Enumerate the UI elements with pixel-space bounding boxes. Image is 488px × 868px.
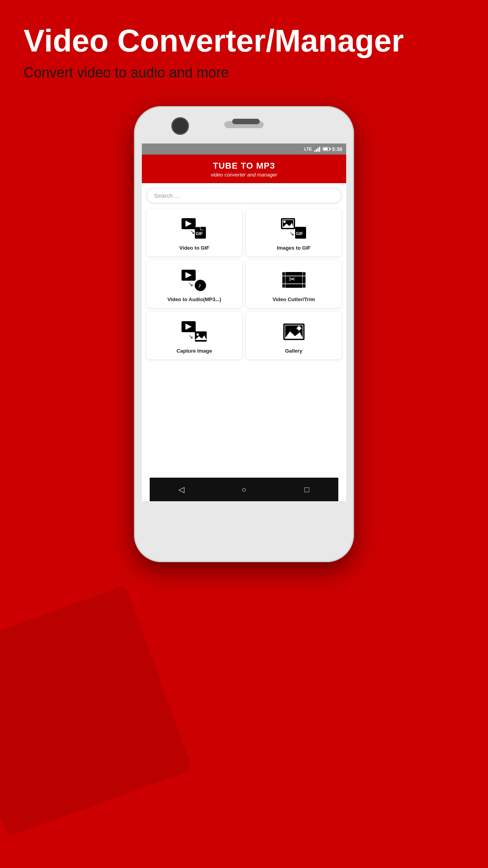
search-bar[interactable]: Search ... bbox=[147, 188, 341, 203]
app-content: Search ... ↘ bbox=[142, 183, 346, 501]
header-section: Video Converter/Manager Convert video to… bbox=[24, 24, 464, 81]
video-cutter-label: Video Cutter/Trim bbox=[272, 296, 315, 302]
feature-grid: ↘ GIF Video to GIF bbox=[147, 209, 341, 359]
images-to-gif-icon: ↘ GIF bbox=[280, 217, 308, 240]
video-to-gif-label: Video to GIF bbox=[179, 245, 209, 251]
svg-point-7 bbox=[283, 221, 286, 223]
back-button[interactable]: ◁ bbox=[173, 482, 189, 497]
phone-camera bbox=[171, 117, 189, 135]
svg-text:↘: ↘ bbox=[189, 333, 193, 340]
svg-point-31 bbox=[297, 326, 301, 330]
svg-point-27 bbox=[196, 333, 199, 336]
capture-image-icon: ↘ bbox=[181, 320, 208, 343]
gallery-label: Gallery bbox=[285, 348, 302, 354]
nav-bar: ◁ ○ □ bbox=[150, 478, 338, 501]
app-title: TUBE TO MP3 bbox=[146, 161, 342, 171]
images-to-gif-label: Images to GIF bbox=[277, 245, 311, 251]
lte-indicator: LTE bbox=[304, 147, 312, 151]
video-to-audio-icon: ↘ ♪ bbox=[181, 268, 208, 292]
svg-rect-19 bbox=[303, 272, 306, 288]
phone-screen: LTE 5:38 TUBE TO MP3 video converter and… bbox=[142, 143, 346, 501]
clock: 5:38 bbox=[332, 146, 342, 152]
video-to-audio-label: Video to Audio(MP3...) bbox=[167, 296, 221, 302]
capture-image-label: Capture Image bbox=[176, 348, 212, 354]
svg-text:✂: ✂ bbox=[289, 275, 295, 283]
svg-text:GIF: GIF bbox=[296, 231, 303, 236]
video-to-gif-icon: ↘ GIF bbox=[181, 217, 208, 240]
video-cutter-card[interactable]: ✂ Video Cutter/Trim bbox=[246, 260, 341, 308]
app-subtitle: video converter and manager bbox=[146, 172, 342, 178]
svg-text:GIF: GIF bbox=[196, 231, 203, 236]
gallery-card[interactable]: Gallery bbox=[246, 312, 341, 359]
svg-text:↘: ↘ bbox=[290, 230, 294, 237]
svg-rect-18 bbox=[282, 272, 285, 288]
search-placeholder: Search ... bbox=[154, 192, 334, 199]
phone-sensor bbox=[232, 119, 260, 124]
home-button[interactable]: ○ bbox=[236, 482, 252, 497]
app-header: TUBE TO MP3 video converter and manager bbox=[142, 154, 346, 183]
gallery-icon bbox=[280, 320, 308, 343]
capture-image-card[interactable]: ↘ Capture Image bbox=[147, 312, 242, 359]
svg-text:♪: ♪ bbox=[198, 282, 201, 289]
video-cutter-icon: ✂ bbox=[280, 268, 308, 292]
page-subtitle: Convert video to audio and more bbox=[24, 64, 464, 81]
images-to-gif-card[interactable]: ↘ GIF Images to GIF bbox=[246, 209, 341, 256]
recent-button[interactable]: □ bbox=[299, 482, 315, 497]
svg-text:↘: ↘ bbox=[190, 229, 195, 235]
svg-text:↘: ↘ bbox=[189, 281, 193, 287]
signal-icon bbox=[314, 146, 320, 152]
status-bar: LTE 5:38 bbox=[142, 143, 346, 154]
video-to-gif-card[interactable]: ↘ GIF Video to GIF bbox=[147, 209, 242, 256]
video-to-audio-card[interactable]: ↘ ♪ Video to Audio(MP3...) bbox=[147, 260, 242, 308]
phone-mockup: LTE 5:38 TUBE TO MP3 video converter and… bbox=[134, 106, 354, 562]
battery-indicator bbox=[323, 147, 330, 151]
page-title: Video Converter/Manager bbox=[24, 24, 464, 58]
